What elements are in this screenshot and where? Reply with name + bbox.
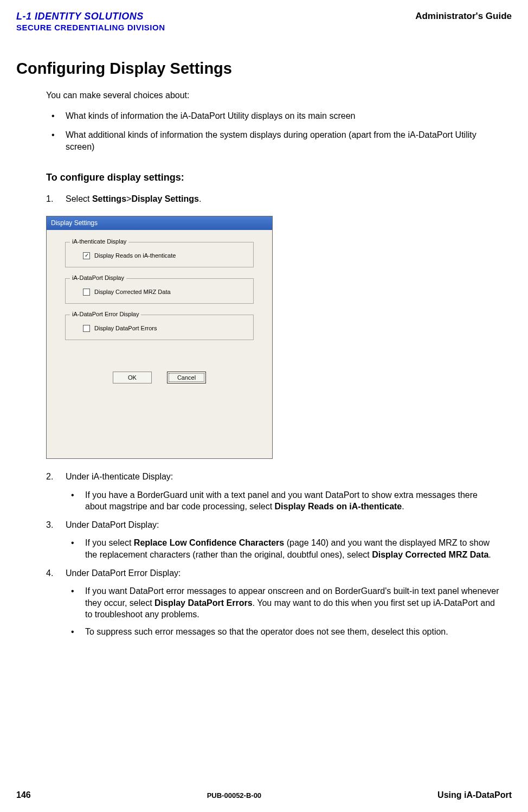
header-guide-label: Administrator's Guide (415, 11, 512, 22)
step-text: Under DataPort Display: (66, 520, 159, 529)
step-text: Under DataPort Error Display: (66, 568, 181, 578)
group-legend: iA-DataPort Error Display (70, 311, 141, 317)
sub-bullets: If you have a BorderGuard unit with a te… (66, 489, 501, 513)
checkbox-label: Display Corrected MRZ Data (94, 289, 171, 295)
group-legend: iA-DataPort Display (70, 274, 126, 281)
step-number: 2. (46, 471, 53, 483)
checkbox-label: Display DataPort Errors (94, 325, 157, 331)
step-1: 1. Select Settings>Display Settings. (46, 193, 501, 205)
step-2: 2. Under iA-thenticate Display: If you h… (46, 471, 501, 513)
step-list-cont: 2. Under iA-thenticate Display: If you h… (46, 471, 501, 638)
group-ia-dataport: iA-DataPort Display Display Corrected MR… (65, 278, 254, 304)
display-settings-dialog: Display Settings iA-thenticate Display ✓… (46, 216, 273, 459)
step-text: Under iA-thenticate Display: (66, 472, 173, 481)
sub-bullets: If you want DataPort error messages to a… (66, 585, 501, 637)
sub-bullets: If you select Replace Low Confidence Cha… (66, 537, 501, 560)
step-number: 3. (46, 519, 53, 531)
intro-bullet: What kinds of information the iA-DataPor… (46, 110, 501, 122)
step-text: Select Settings>Display Settings. (66, 194, 201, 203)
dialog-button-row: OK Cancel (65, 372, 254, 383)
intro-bullet: What additional kinds of information the… (46, 129, 501, 152)
page-number: 146 (16, 790, 31, 800)
dialog-body: iA-thenticate Display ✓ Display Reads on… (47, 230, 272, 389)
sub-bullet: If you select Replace Low Confidence Cha… (66, 537, 501, 560)
pub-number: PUB-00052-B-00 (207, 791, 261, 800)
checkbox-row: Display DataPort Errors (83, 325, 244, 332)
sub-bullet: To suppress such error messages so that … (66, 626, 501, 638)
page-footer: 146 PUB-00052-B-00 Using iA-DataPort (0, 790, 528, 800)
checkbox-row: ✓ Display Reads on iA-thenticate (83, 252, 244, 259)
sub-bullet: If you have a BorderGuard unit with a te… (66, 489, 501, 513)
group-ia-thenticate: iA-thenticate Display ✓ Display Reads on… (65, 242, 254, 267)
ok-button[interactable]: OK (113, 372, 152, 383)
step-list: 1. Select Settings>Display Settings. (46, 193, 501, 205)
checkbox-display-reads[interactable]: ✓ (83, 252, 90, 259)
cancel-button[interactable]: Cancel (167, 372, 206, 383)
step-4: 4. Under DataPort Error Display: If you … (46, 567, 501, 638)
checkbox-dataport-errors[interactable] (83, 325, 90, 332)
logo-line2: SECURE CREDENTIALING DIVISION (16, 23, 165, 33)
sub-bullet: If you want DataPort error messages to a… (66, 585, 501, 621)
group-error-display: iA-DataPort Error Display Display DataPo… (65, 315, 254, 340)
logo-line1: L-1 IDENTITY SOLUTIONS (16, 11, 165, 23)
checkbox-corrected-mrz[interactable] (83, 289, 90, 296)
logo: L-1 IDENTITY SOLUTIONS SECURE CREDENTIAL… (16, 11, 165, 33)
dialog-titlebar: Display Settings (47, 216, 272, 230)
step-3: 3. Under DataPort Display: If you select… (46, 519, 501, 561)
content-body: You can make several choices about: What… (46, 91, 501, 638)
procedure-heading: To configure display settings: (46, 172, 501, 183)
group-legend: iA-thenticate Display (70, 238, 128, 245)
footer-section: Using iA-DataPort (437, 790, 512, 800)
checkbox-row: Display Corrected MRZ Data (83, 289, 244, 296)
page-header: L-1 IDENTITY SOLUTIONS SECURE CREDENTIAL… (16, 11, 512, 33)
page-title: Configuring Display Settings (16, 60, 512, 78)
intro-bullets: What kinds of information the iA-DataPor… (46, 110, 501, 153)
intro-text: You can make several choices about: (46, 91, 501, 100)
step-number: 1. (46, 193, 53, 205)
checkbox-label: Display Reads on iA-thenticate (94, 252, 176, 259)
step-number: 4. (46, 567, 53, 579)
